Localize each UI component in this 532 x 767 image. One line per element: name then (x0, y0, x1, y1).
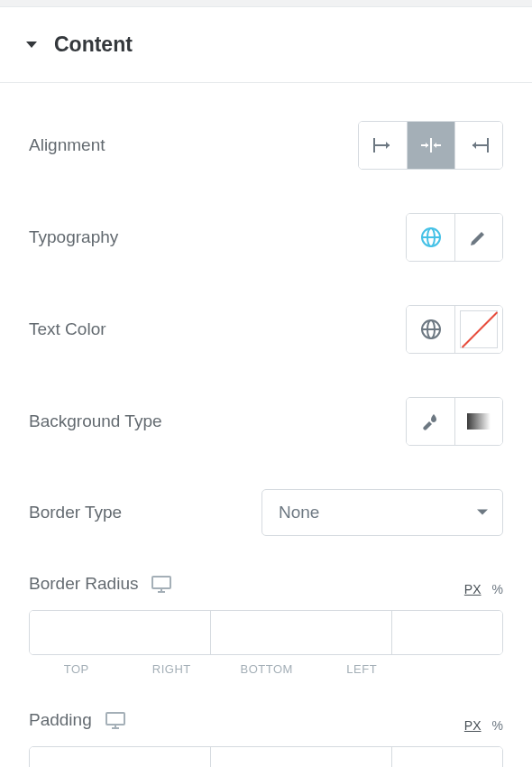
border-radius-section: Border Radius PX % (29, 574, 503, 676)
background-type-row: Background Type (29, 375, 503, 467)
no-color-swatch-icon (460, 310, 498, 348)
padding-units: PX % (464, 718, 503, 733)
padding-header: Padding PX % (29, 710, 503, 730)
side-left-label: LEFT (315, 662, 410, 676)
side-top-label: TOP (29, 662, 124, 676)
unit-pct[interactable]: % (492, 582, 503, 596)
border-radius-inputs (29, 610, 503, 655)
typography-label: Typography (29, 227, 118, 247)
svg-rect-16 (106, 713, 124, 725)
unit-px[interactable]: PX (464, 582, 482, 596)
top-separator (0, 0, 532, 7)
typography-global-button[interactable] (407, 214, 454, 261)
background-type-label: Background Type (29, 411, 162, 431)
unit-pct[interactable]: % (492, 718, 503, 733)
text-color-global-button[interactable] (407, 306, 454, 353)
padding-section: Padding PX % (29, 710, 503, 767)
typography-group (406, 213, 503, 262)
background-gradient-button[interactable] (454, 398, 502, 445)
alignment-row: Alignment (29, 99, 503, 191)
gradient-icon (467, 413, 491, 430)
border-radius-right-input[interactable] (211, 611, 392, 654)
padding-inputs (29, 746, 503, 767)
border-type-row: Border Type None (29, 467, 503, 558)
border-radius-side-labels: TOP RIGHT BOTTOM LEFT (29, 662, 503, 676)
section-title: Content (54, 32, 133, 57)
border-radius-header: Border Radius PX % (29, 574, 503, 594)
border-type-label: Border Type (29, 503, 122, 522)
align-center-button[interactable] (407, 122, 454, 169)
svg-rect-13 (152, 577, 170, 588)
unit-px[interactable]: PX (464, 718, 482, 733)
alignment-label: Alignment (29, 135, 105, 155)
typography-edit-button[interactable] (454, 214, 502, 261)
desktop-icon[interactable] (151, 575, 172, 593)
border-radius-bottom-input[interactable] (392, 611, 503, 654)
border-type-select[interactable]: None (261, 489, 503, 536)
border-radius-label: Border Radius (29, 574, 138, 594)
side-right-label: RIGHT (124, 662, 220, 676)
padding-right-input[interactable] (211, 747, 392, 767)
align-right-button[interactable] (454, 122, 502, 169)
text-color-label: Text Color (29, 319, 106, 339)
typography-row: Typography (29, 191, 503, 283)
text-color-row: Text Color (29, 283, 503, 375)
padding-top-input[interactable] (30, 747, 211, 767)
text-color-picker-button[interactable] (454, 306, 502, 353)
padding-bottom-input[interactable] (392, 747, 503, 767)
border-radius-top-input[interactable] (30, 611, 211, 654)
background-type-group (406, 397, 503, 446)
side-bottom-label: BOTTOM (219, 662, 315, 676)
text-color-group (406, 305, 503, 354)
align-left-button[interactable] (359, 122, 407, 169)
padding-label: Padding (29, 710, 92, 730)
border-radius-units: PX % (464, 582, 503, 596)
panel-body: Alignment (0, 83, 532, 767)
background-classic-button[interactable] (407, 398, 454, 445)
caret-down-icon (25, 41, 38, 50)
desktop-icon[interactable] (105, 711, 126, 729)
border-type-value: None (279, 503, 319, 522)
content-section-header[interactable]: Content (0, 7, 532, 83)
alignment-group (358, 121, 503, 170)
